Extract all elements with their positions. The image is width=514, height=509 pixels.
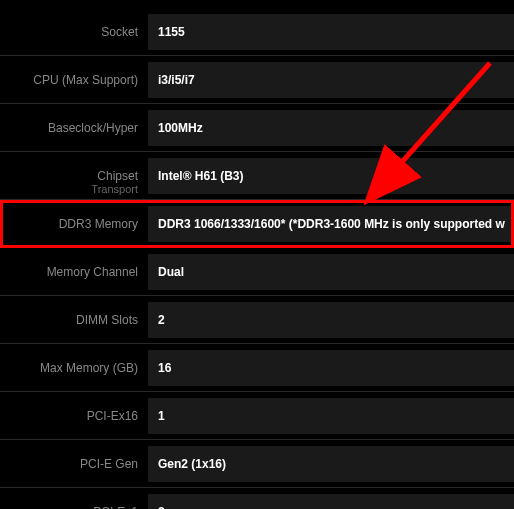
spec-value: 2 — [148, 302, 514, 338]
spec-row-memory-channel: Memory ChannelDual — [0, 248, 514, 296]
spec-value: 1 — [148, 398, 514, 434]
spec-value: 100MHz — [148, 110, 514, 146]
spec-table: Socket1155CPU (Max Support)i3/i5/i7Basec… — [0, 0, 514, 509]
spec-value: 16 — [148, 350, 514, 386]
spec-label: Socket — [0, 25, 148, 39]
spec-row-socket: Socket1155 — [0, 8, 514, 56]
spec-row-dimm-slots: DIMM Slots2 — [0, 296, 514, 344]
spec-row-chipset: ChipsetTransportIntel® H61 (B3) — [0, 152, 514, 200]
spec-label: Memory Channel — [0, 265, 148, 279]
spec-row-max-memory-gb-: Max Memory (GB)16 — [0, 344, 514, 392]
spec-value: i3/i5/i7 — [148, 62, 514, 98]
spec-value: Dual — [148, 254, 514, 290]
spec-row-pci-e-gen: PCI-E GenGen2 (1x16) — [0, 440, 514, 488]
spec-label: ChipsetTransport — [0, 169, 148, 183]
spec-label: Baseclock/Hyper — [0, 121, 148, 135]
spec-row-cpu-max-support-: CPU (Max Support)i3/i5/i7 — [0, 56, 514, 104]
spec-row-pci-ex1: PCI-Ex13 — [0, 488, 514, 509]
spec-row-pci-ex16: PCI-Ex161 — [0, 392, 514, 440]
spec-label-secondary: Transport — [91, 183, 138, 195]
spec-value: 3 — [148, 494, 514, 510]
spec-row-baseclock-hyper: Baseclock/Hyper100MHz — [0, 104, 514, 152]
spec-label: DDR3 Memory — [0, 217, 148, 231]
spec-label: CPU (Max Support) — [0, 73, 148, 87]
spec-row-ddr3-memory: DDR3 MemoryDDR3 1066/1333/1600* (*DDR3-1… — [0, 200, 514, 248]
spec-label: PCI-E Gen — [0, 457, 148, 471]
spec-value: DDR3 1066/1333/1600* (*DDR3-1600 MHz is … — [148, 206, 514, 242]
spec-value: Gen2 (1x16) — [148, 446, 514, 482]
spec-value: 1155 — [148, 14, 514, 50]
spec-value: Intel® H61 (B3) — [148, 158, 514, 194]
spec-label: PCI-Ex16 — [0, 409, 148, 423]
spec-label: Max Memory (GB) — [0, 361, 148, 375]
spec-label: PCI-Ex1 — [0, 505, 148, 510]
spec-label: DIMM Slots — [0, 313, 148, 327]
